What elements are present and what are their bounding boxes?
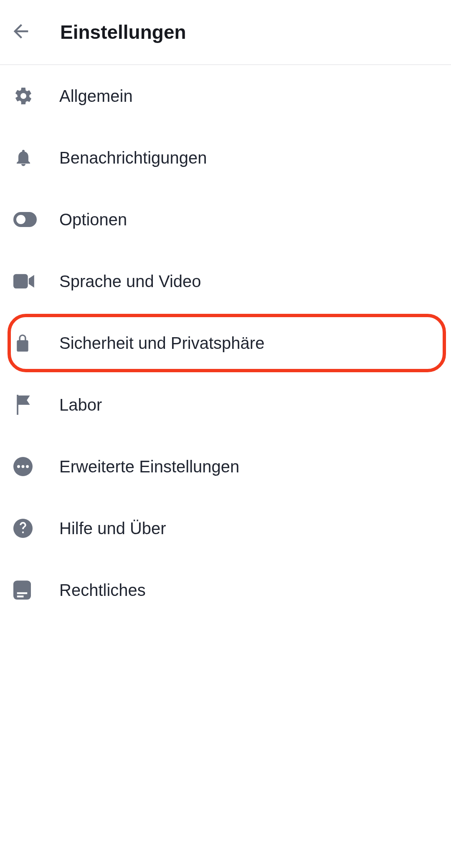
document-icon xyxy=(13,580,59,600)
svg-point-1 xyxy=(16,215,25,224)
settings-item-label: Allgemein xyxy=(59,87,133,106)
settings-item-label: Benachrichtigungen xyxy=(59,149,207,167)
settings-item-label: Sprache und Video xyxy=(59,272,201,291)
help-icon xyxy=(13,519,59,538)
lock-icon xyxy=(13,333,59,353)
settings-item-label: Rechtliches xyxy=(59,581,146,600)
svg-point-6 xyxy=(26,465,29,468)
settings-item-security-privacy[interactable]: Sicherheit und Privatsphäre xyxy=(0,312,451,374)
highlighted-row: Sicherheit und Privatsphäre xyxy=(0,312,451,374)
settings-item-voice-video[interactable]: Sprache und Video xyxy=(0,250,451,312)
gear-icon xyxy=(13,86,59,106)
back-button[interactable] xyxy=(10,20,50,44)
settings-item-label: Sicherheit und Privatsphäre xyxy=(59,334,264,353)
svg-rect-2 xyxy=(13,274,28,289)
settings-item-labs[interactable]: Labor xyxy=(0,374,451,436)
more-icon xyxy=(13,457,59,476)
flag-icon xyxy=(13,395,59,415)
arrow-left-icon xyxy=(10,20,32,44)
settings-item-general[interactable]: Allgemein xyxy=(0,65,451,127)
settings-item-legal[interactable]: Rechtliches xyxy=(0,559,451,621)
settings-item-label: Erweiterte Einstellungen xyxy=(59,457,239,476)
svg-point-4 xyxy=(17,465,20,468)
page-title: Einstellungen xyxy=(60,21,186,43)
video-icon xyxy=(13,273,59,290)
toggle-icon xyxy=(13,212,59,227)
settings-item-options[interactable]: Optionen xyxy=(0,189,451,250)
settings-item-advanced[interactable]: Erweiterte Einstellungen xyxy=(0,436,451,497)
header: Einstellungen xyxy=(0,0,451,65)
bell-icon xyxy=(13,148,59,168)
settings-item-notifications[interactable]: Benachrichtigungen xyxy=(0,127,451,189)
settings-item-label: Labor xyxy=(59,396,102,414)
settings-item-label: Hilfe und Über xyxy=(59,519,166,538)
settings-item-help-about[interactable]: Hilfe und Über xyxy=(0,497,451,559)
svg-rect-10 xyxy=(17,595,24,597)
svg-rect-9 xyxy=(17,592,28,594)
settings-item-label: Optionen xyxy=(59,210,127,229)
svg-point-5 xyxy=(22,465,25,468)
settings-list: Allgemein Benachrichtigungen Optionen Sp… xyxy=(0,65,451,621)
